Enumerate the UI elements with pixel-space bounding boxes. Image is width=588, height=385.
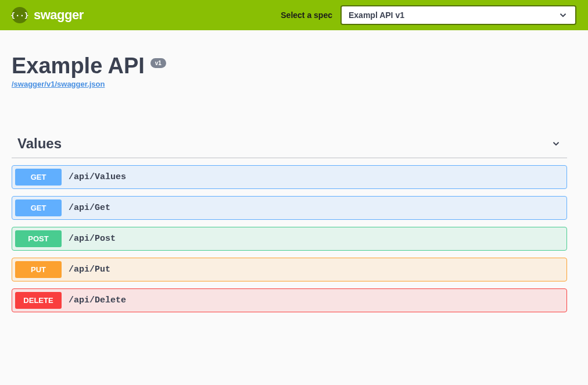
opblock-get[interactable]: GET/api/Values (12, 165, 567, 189)
swagger-logo-icon: {··} (12, 7, 28, 23)
method-badge: GET (15, 199, 62, 216)
swagger-logo-text: swagger (34, 8, 84, 23)
logo[interactable]: {··} swagger (12, 7, 84, 23)
operation-path: /api/Values (69, 172, 126, 182)
operations-list: GET/api/ValuesGET/api/GetPOST/api/PostPU… (12, 165, 567, 312)
tag-section: Values GET/api/ValuesGET/api/GetPOST/api… (12, 130, 567, 312)
chevron-down-icon (551, 138, 561, 149)
swagger-json-link[interactable]: /swagger/v1/swagger.json (12, 80, 105, 88)
operation-path: /api/Put (69, 265, 110, 275)
page-scroll[interactable]: {··} swagger Select a spec Exampl API v1… (0, 0, 588, 385)
operation-path: /api/Get (69, 203, 110, 213)
api-title: Example API (12, 54, 145, 79)
topbar: {··} swagger Select a spec Exampl API v1 (0, 0, 588, 30)
version-badge: v1 (150, 58, 166, 68)
main-content: Example API v1 /swagger/v1/swagger.json … (0, 30, 579, 337)
spec-selected-value: Exampl API v1 (349, 10, 404, 20)
spec-label: Select a spec (281, 10, 332, 20)
opblock-delete[interactable]: DELETE/api/Delete (12, 288, 567, 312)
opblock-post[interactable]: POST/api/Post (12, 227, 567, 251)
chevron-down-icon (558, 10, 568, 20)
method-badge: DELETE (15, 292, 62, 309)
api-header: Example API v1 /swagger/v1/swagger.json (12, 54, 567, 89)
spec-selector: Select a spec Exampl API v1 (281, 5, 576, 25)
operation-path: /api/Post (69, 234, 116, 244)
opblock-put[interactable]: PUT/api/Put (12, 258, 567, 281)
method-badge: GET (15, 169, 62, 186)
api-title-row: Example API v1 (12, 54, 567, 79)
opblock-get[interactable]: GET/api/Get (12, 196, 567, 220)
operation-path: /api/Delete (69, 295, 126, 305)
tag-header[interactable]: Values (12, 130, 567, 158)
tag-name: Values (17, 136, 62, 152)
method-badge: PUT (15, 261, 62, 278)
method-badge: POST (15, 230, 62, 247)
spec-select-dropdown[interactable]: Exampl API v1 (340, 5, 576, 25)
